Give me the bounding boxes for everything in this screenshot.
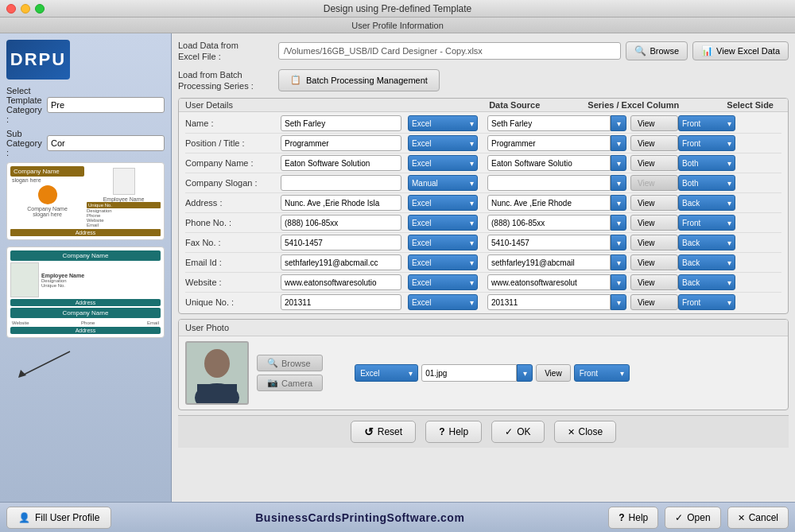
field-value-5[interactable] bbox=[281, 215, 401, 231]
series-dropdown-9[interactable]: ▾ bbox=[611, 294, 626, 310]
source-select-0[interactable]: Excel ▾ bbox=[408, 115, 478, 131]
source-select-9[interactable]: Excel ▾ bbox=[408, 294, 478, 310]
field-row-0: Name : Excel ▾ ▾ View Front ▾ bbox=[185, 114, 781, 134]
photo-file-input[interactable] bbox=[421, 364, 517, 382]
file-path-input[interactable] bbox=[278, 42, 621, 60]
side-select-4[interactable]: Back ▾ bbox=[678, 195, 735, 211]
photo-camera-button[interactable]: Camera bbox=[257, 375, 323, 391]
field-value-4[interactable] bbox=[281, 195, 401, 211]
batch-label: Load from BatchProcessing Series : bbox=[178, 69, 273, 92]
side-select-6[interactable]: Back ▾ bbox=[678, 235, 735, 250]
source-select-7[interactable]: Excel ▾ bbox=[408, 254, 478, 270]
series-dropdown-7[interactable]: ▾ bbox=[611, 254, 626, 270]
field-label-0: Name : bbox=[185, 118, 281, 128]
source-select-6[interactable]: Excel ▾ bbox=[408, 235, 478, 250]
source-select-2[interactable]: Excel ▾ bbox=[408, 155, 478, 171]
close-label: Close bbox=[579, 426, 603, 437]
series-dropdown-8[interactable]: ▾ bbox=[611, 274, 626, 290]
side-select-2[interactable]: Both ▾ bbox=[678, 155, 735, 171]
field-row-1: Position / Title : Excel ▾ ▾ View Front … bbox=[185, 134, 781, 153]
help-button[interactable]: Help bbox=[425, 421, 482, 443]
view-button-5[interactable]: View bbox=[630, 215, 678, 231]
series-value-5[interactable] bbox=[487, 215, 611, 231]
series-value-4[interactable] bbox=[487, 195, 611, 211]
maximize-button[interactable] bbox=[35, 4, 45, 14]
field-value-2[interactable] bbox=[281, 155, 401, 171]
source-select-1[interactable]: Excel ▾ bbox=[408, 135, 478, 151]
view-button-8[interactable]: View bbox=[630, 274, 678, 290]
cancel-button[interactable]: Cancel bbox=[727, 507, 789, 529]
side-select-9[interactable]: Front ▾ bbox=[678, 294, 735, 310]
photo-view-button[interactable]: View bbox=[536, 364, 571, 382]
browse-button[interactable]: Browse bbox=[626, 41, 688, 60]
series-dropdown-4[interactable]: ▾ bbox=[611, 195, 626, 211]
series-dropdown-0[interactable]: ▾ bbox=[611, 115, 626, 131]
field-row-9: Unique No. : Excel ▾ ▾ View Front ▾ bbox=[185, 293, 781, 312]
side-select-8[interactable]: Back ▾ bbox=[678, 274, 735, 290]
view-button-1[interactable]: View bbox=[630, 135, 678, 151]
batch-row: Load from BatchProcessing Series : Batch… bbox=[178, 69, 789, 92]
photo-browse-button[interactable]: Browse bbox=[257, 355, 323, 371]
field-value-3[interactable] bbox=[281, 175, 401, 191]
series-dropdown-2[interactable]: ▾ bbox=[611, 155, 626, 171]
photo-side-select[interactable]: Front ▾ bbox=[574, 364, 630, 382]
field-value-6[interactable] bbox=[281, 235, 401, 250]
field-row-5: Phone No. : Excel ▾ ▾ View Front ▾ bbox=[185, 213, 781, 233]
series-value-3[interactable] bbox=[487, 175, 611, 191]
source-select-3[interactable]: Manual ▾ bbox=[408, 175, 478, 191]
side-select-1[interactable]: Front ▾ bbox=[678, 135, 735, 151]
title-bar: Design using Pre-defined Template bbox=[0, 0, 795, 17]
browse-label: Browse bbox=[650, 46, 679, 56]
photo-file-dropdown[interactable]: ▾ bbox=[517, 364, 533, 382]
sub-category-input[interactable] bbox=[47, 135, 165, 151]
series-dropdown-6[interactable]: ▾ bbox=[611, 235, 626, 250]
template-category-input[interactable] bbox=[47, 97, 165, 113]
batch-button[interactable]: Batch Processing Management bbox=[278, 69, 440, 91]
series-value-6[interactable] bbox=[487, 235, 611, 250]
open-button[interactable]: Open bbox=[665, 507, 720, 529]
close-button[interactable] bbox=[6, 4, 16, 14]
series-dropdown-5[interactable]: ▾ bbox=[611, 215, 626, 231]
series-value-1[interactable] bbox=[487, 135, 611, 151]
source-select-4[interactable]: Excel ▾ bbox=[408, 195, 478, 211]
view-button-0[interactable]: View bbox=[630, 115, 678, 131]
reset-button[interactable]: Reset bbox=[351, 421, 416, 443]
template-preview-2[interactable]: Company Name Employee Name Designation U… bbox=[6, 247, 165, 338]
field-value-9[interactable] bbox=[281, 294, 401, 310]
view-button-7[interactable]: View bbox=[630, 254, 678, 270]
view-button-2[interactable]: View bbox=[630, 155, 678, 171]
field-value-1[interactable] bbox=[281, 135, 401, 151]
status-help-button[interactable]: Help bbox=[608, 507, 658, 529]
series-value-8[interactable] bbox=[487, 274, 611, 290]
side-select-3[interactable]: Both ▾ bbox=[678, 175, 735, 191]
series-dropdown-3[interactable]: ▾ bbox=[611, 175, 626, 191]
field-value-0[interactable] bbox=[281, 115, 401, 131]
view-button-9[interactable]: View bbox=[630, 294, 678, 310]
side-select-5[interactable]: Front ▾ bbox=[678, 215, 735, 231]
series-value-0[interactable] bbox=[487, 115, 611, 131]
series-dropdown-1[interactable]: ▾ bbox=[611, 135, 626, 151]
template-preview-1[interactable]: Company Name slogan here Company Name sl… bbox=[6, 162, 165, 240]
ok-button[interactable]: OK bbox=[491, 421, 544, 443]
photo-source-select[interactable]: Excel ▾ bbox=[355, 364, 418, 382]
source-select-5[interactable]: Excel ▾ bbox=[408, 215, 478, 231]
view-button-6[interactable]: View bbox=[630, 235, 678, 250]
photo-browse-label: Browse bbox=[281, 359, 311, 368]
series-cell-2: ▾ bbox=[487, 155, 630, 171]
view-excel-button[interactable]: View Excel Data bbox=[692, 41, 789, 60]
minimize-button[interactable] bbox=[21, 4, 30, 14]
field-value-8[interactable] bbox=[281, 274, 401, 290]
batch-icon bbox=[290, 75, 301, 85]
view-button-3: View bbox=[630, 175, 678, 191]
side-select-7[interactable]: Back ▾ bbox=[678, 254, 735, 270]
view-button-4[interactable]: View bbox=[630, 195, 678, 211]
field-value-7[interactable] bbox=[281, 254, 401, 270]
series-value-9[interactable] bbox=[487, 294, 611, 310]
side-select-0[interactable]: Front ▾ bbox=[678, 115, 735, 131]
fill-profile-button[interactable]: Fill User Profile bbox=[6, 507, 111, 529]
close-dialog-button[interactable]: Close bbox=[554, 421, 617, 443]
source-select-8[interactable]: Excel ▾ bbox=[408, 274, 478, 290]
series-value-2[interactable] bbox=[487, 155, 611, 171]
series-value-7[interactable] bbox=[487, 254, 611, 270]
field-label-6: Fax No. : bbox=[185, 238, 281, 247]
